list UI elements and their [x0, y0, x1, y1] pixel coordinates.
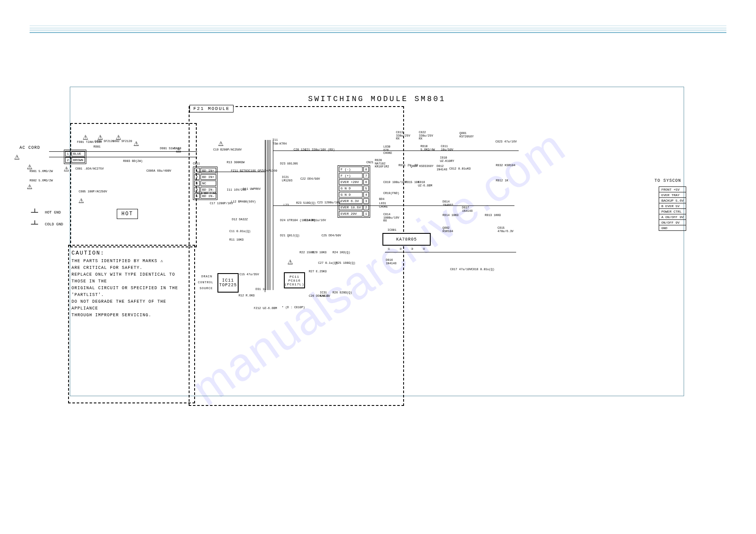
comp-R814: R814 10KΩ [443, 214, 459, 217]
comp-FZ12: FZ12 UZ-6.8BM [254, 307, 277, 310]
output-signal: A ON/OFF 9V [659, 214, 686, 220]
conn-label: BROWN [71, 157, 85, 163]
comp-R12: R12 R.8KΩ [239, 294, 255, 298]
warning-icon [27, 164, 32, 169]
comp-R810: R810 5.8KΩ/4W [421, 145, 435, 151]
ic801-pn: KA78R05 [396, 237, 417, 242]
caution-line: THROUGH IMPROPER SERVICING. [71, 312, 192, 319]
warning-icon [288, 260, 293, 264]
pc11-opto: PC11 PC816 (PC817L) [284, 272, 305, 288]
conn-pin: 4 [363, 192, 369, 197]
output-table: FRONT +5VEVER TRAYBACKUP 5.6VB EVER 5VPO… [659, 186, 686, 231]
comp-C22: C22 DD4/50V [300, 178, 320, 181]
conn-label: EVER 29V [339, 211, 363, 216]
output-signal: BACKUP 5.6V [659, 198, 686, 203]
comp-I810: I810 UZ-K10RY [440, 156, 454, 163]
ic11-pin-ctrl: CONTROL [198, 281, 213, 284]
comp-C15: C15 47u/35V [239, 273, 259, 277]
comp-R26: R26 820Ω(Q) [333, 291, 352, 295]
comp-C819: C819 100u/16V [383, 181, 407, 184]
comp-C25: C25 DD4/50V [322, 234, 341, 238]
conn-pin: 8 [363, 167, 369, 172]
comp-R24: R24 1KΩ(Q) [333, 251, 350, 255]
conn-label: BLUE [71, 151, 85, 156]
ic11-pin-src: SOURCE [200, 287, 213, 290]
warning-icon [79, 198, 84, 203]
comp-C20: C20 12u [294, 148, 306, 152]
schematic-frame: SWITCHING MODULE SM801 F21 MODULE CAUTIO… [70, 87, 684, 396]
header-rules [30, 25, 726, 36]
conn-label: BD IN+ [201, 174, 216, 180]
comp-R27: R27 E.2SKΩ [309, 270, 327, 274]
comp-D11: D11 UWPR6V [243, 188, 261, 191]
output-signal: EVER TRAY [659, 192, 686, 198]
conn-label: EVER 6.3V [339, 198, 363, 204]
comp-R815: R815 10K [405, 181, 420, 184]
comp-R29: R29 10KΩ [312, 251, 327, 255]
comp-BD4: BD4 [379, 198, 385, 201]
conn-pin: 5 [363, 186, 369, 191]
comp-C817: C817 47u/10V [450, 268, 471, 271]
comp-R802: R802 5.6MΩ/2W [30, 179, 53, 183]
comp-D817: D817 1N4148 [462, 206, 473, 213]
caution-line: REPLACE ONLY WITH TYPE IDENTICAL TO THOS… [71, 271, 192, 285]
conn-pin: 1 [65, 151, 71, 156]
comp-R23: R23 510Ω(Q) [296, 202, 316, 205]
ic11-pin-drain: DRAIN [201, 275, 212, 278]
conn-label: F (-) [339, 167, 363, 172]
comp-L831: L831 CHOKE [379, 202, 388, 208]
comp-Q801: Q801 KST2058Y [459, 132, 474, 138]
comp-L802: L802 SF2120 [113, 140, 132, 143]
comp-R820: R820 NA7102 KR16F1R2 [375, 159, 389, 169]
transformer-ref: T11 [272, 139, 278, 142]
warning-icon [116, 135, 121, 140]
ic801-chip: KA78R05 ①②③④ [382, 233, 431, 246]
ic11-chip: IC11 TOP225 DRAIN CONTROL SOURCE [217, 273, 239, 293]
comp-CR19FND: CR19(FND) [383, 192, 399, 195]
output-signal: FRONT +5V [659, 187, 686, 192]
comp-C822: C822 330u/25V RX [419, 131, 433, 141]
comp-L830: L830 820 CHOKE [383, 145, 392, 155]
comp-D814: D814 1N4003 [443, 200, 453, 207]
output-signal: ON/OFF 9V [659, 220, 686, 225]
comp-D31: D31 1u [256, 288, 266, 291]
comp-C11: C11 0.01u(Q) [229, 230, 250, 233]
conn-pin: 3 [363, 198, 369, 204]
comp-C814: C814 1000u/16V RX [383, 213, 399, 223]
warning-icon [83, 135, 88, 140]
comp-C19: C19 B200P/AC250V [213, 148, 242, 152]
ac-cord-label: AC CORD [19, 145, 40, 150]
comp-C17: C17 1200P/1KV [210, 202, 233, 205]
comp-R25: R25 180Ω(Q) [336, 262, 355, 265]
comp-Q802: Q802 KSR104 [443, 227, 453, 233]
comp-D21: D21 Q01J(Q) [280, 234, 300, 238]
ic801-pins: ①②③④ [383, 247, 430, 251]
comp-C813: C813 330u/25V RX [396, 131, 410, 141]
comp-C806A: C806A 68u/400V [146, 170, 171, 173]
comp-R832: R832 KSR104 [496, 164, 515, 167]
hot-gnd-label: HOT GND [45, 211, 61, 215]
caution-body: THE PARTS IDENTIFIED BY MARKS ⚠ ARE CRIT… [71, 258, 192, 319]
conn-label: EVER 18.5V [339, 205, 363, 210]
caution-line: DO NOT DEGRADE THE SAFETY OF THE APPLIAN… [71, 298, 192, 312]
ic11-label: IC11 TOP225 [219, 278, 237, 288]
conn-pin: 1 [363, 211, 369, 216]
warning-icon [14, 155, 19, 159]
comp-I818: I818 UZ-6.8BM [418, 181, 432, 187]
comp-C818: C818 0.01u(Q) [471, 268, 495, 271]
output-signal: B EVER 5V [659, 203, 686, 209]
conn-pin: 2 [65, 157, 71, 163]
caution-line: ORIGINAL CIRCUIT OR SPECIFIED IN THE 'PA… [71, 285, 192, 298]
cn21-ref: CN21 [366, 161, 374, 164]
d806-note: * (D : C810P) [282, 306, 305, 309]
warning-icon [134, 141, 139, 146]
conn-pin: 6 [363, 179, 369, 185]
net [385, 252, 516, 252]
comp-D23: D23 U01J0G [280, 162, 298, 166]
comp-L801: L801 SF2120 [95, 140, 114, 143]
comp-R812: R812 1K [496, 179, 508, 183]
cold-gnd-label: COLD GND [45, 222, 63, 227]
hot-gnd-icon [31, 208, 39, 217]
conn-pin: 1 [194, 168, 200, 173]
ic21-label: IC21 LM1203 [282, 176, 292, 182]
